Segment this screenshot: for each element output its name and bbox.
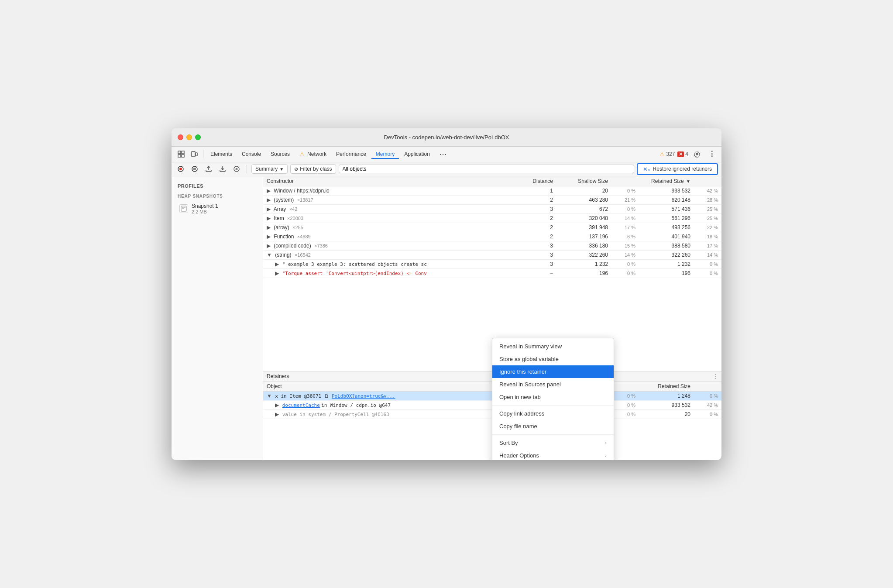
tab-application[interactable]: Application	[400, 149, 434, 159]
row-expand-icon[interactable]: ▶	[275, 411, 279, 417]
restore-ignored-retainers-button[interactable]: ✕ₓ Restore ignored retainers	[637, 163, 718, 175]
table-row[interactable]: ▼ (string) ×16542 3 322 260 14 % 322 260…	[263, 250, 721, 259]
ctx-header-options[interactable]: Header Options ›	[492, 449, 614, 460]
tab-active-indicator	[371, 158, 399, 159]
row-expand-icon[interactable]: ▶	[267, 243, 271, 249]
col-retained-pct	[694, 176, 721, 186]
main-toolbar: Elements Console Sources ⚠ Network Perfo…	[172, 147, 721, 162]
col-shallow-size: Shallow Size	[556, 176, 611, 186]
errors-badge[interactable]: ✕ 4	[677, 151, 688, 157]
toolbar-separator-1	[203, 150, 203, 158]
ctx-reveal-sources[interactable]: Reveal in Sources panel	[492, 378, 614, 391]
table-row[interactable]: ▶ Window / https://cdpn.io 1 20 0 % 933 …	[263, 186, 721, 195]
upload-icon[interactable]	[203, 163, 214, 175]
ctx-arrow-icon-2: ›	[605, 453, 607, 458]
sidebar-title: Profiles	[172, 182, 263, 190]
toolbar-right: ⚠ 327 ✕ 4 ⋮	[659, 148, 718, 160]
svg-point-7	[179, 168, 182, 170]
sidebar: Profiles HEAP SNAPSHOTS Snapshot 1 2.2 M…	[172, 176, 263, 460]
col-shallow-pct	[611, 176, 639, 186]
svg-rect-0	[178, 151, 181, 154]
ret-col-retained-pct	[694, 382, 721, 392]
tab-elements[interactable]: Elements	[206, 149, 237, 159]
ctx-reveal-summary[interactable]: Reveal in Summary view	[492, 340, 614, 353]
row-expand-icon[interactable]: ▼	[267, 252, 272, 258]
row-expand-icon[interactable]: ▶	[267, 234, 271, 240]
tab-performance[interactable]: Performance	[332, 149, 371, 159]
ctx-copy-filename[interactable]: Copy file name	[492, 420, 614, 433]
ret-col-retained: Retained Size	[639, 382, 694, 392]
table-row[interactable]: ▶ (compiled code) ×7386 3 336 180 15 % 3…	[263, 241, 721, 250]
row-expand-icon[interactable]: ▶	[275, 261, 279, 267]
retainer-object-cell: ▼ x in Item @38071 🗋 PoLdbOX?anon=true&v…	[263, 391, 492, 400]
table-row[interactable]: ▶ " example 3 example 3: scattered objec…	[263, 259, 721, 268]
clear-icon[interactable]	[231, 163, 242, 175]
close-button[interactable]	[178, 134, 183, 140]
summary-dropdown[interactable]: Summary ▼	[251, 164, 288, 174]
ctx-copy-link[interactable]: Copy link address	[492, 407, 614, 420]
snapshot-info: Snapshot 1 2.2 MB	[192, 203, 218, 214]
row-expand-icon[interactable]: ▼	[267, 393, 272, 399]
constructor-cell: ▶ Array ×42	[263, 204, 515, 213]
error-icon: ✕	[677, 151, 684, 157]
more-options-icon[interactable]: ⋮	[706, 148, 718, 160]
traffic-lights	[178, 134, 201, 140]
tab-sources[interactable]: Sources	[266, 149, 294, 159]
svg-rect-3	[182, 155, 184, 157]
table-row[interactable]: ▶ (system) ×13817 2 463 280 21 % 620 148…	[263, 195, 721, 204]
stop-icon[interactable]	[189, 163, 200, 175]
col-retained-size: Retained Size ▼	[639, 176, 694, 186]
constructor-cell: ▶ (compiled code) ×7386	[263, 241, 515, 250]
filter-button[interactable]: ⊘ Filter by class	[290, 164, 336, 174]
ctx-open-tab[interactable]: Open in new tab	[492, 391, 614, 403]
constructor-cell: ▶ Function ×4689	[263, 232, 515, 241]
tab-network[interactable]: ⚠ Network	[295, 149, 331, 159]
download-icon[interactable]	[217, 163, 228, 175]
context-menu: Reveal in Summary view Store as global v…	[492, 338, 614, 460]
subtoolbar: Summary ▼ ⊘ Filter by class ✕ₓ Restore i…	[172, 162, 721, 176]
row-expand-icon[interactable]: ▶	[267, 197, 271, 203]
svg-rect-2	[178, 155, 181, 157]
warning-icon: ⚠	[659, 151, 665, 158]
restore-icon: ✕ₓ	[643, 166, 650, 172]
table-row[interactable]: ▶ Item ×20003 2 320 048 14 % 561 296 25 …	[263, 213, 721, 223]
table-row[interactable]: ▶ "Torque assert 'Convert<uintptr>(endIn…	[263, 268, 721, 278]
snapshot-icon	[179, 204, 188, 213]
more-tabs-button[interactable]: ⋯	[435, 148, 451, 160]
warnings-badge[interactable]: ⚠ 327	[659, 151, 675, 158]
settings-icon[interactable]	[691, 148, 703, 160]
row-expand-icon[interactable]: ▶	[275, 402, 279, 408]
constructor-cell: ▶ (array) ×255	[263, 223, 515, 232]
table-row[interactable]: ▶ (array) ×255 2 391 948 17 % 493 256 22…	[263, 223, 721, 232]
snapshot-item[interactable]: Snapshot 1 2.2 MB	[173, 200, 261, 217]
svg-rect-1	[182, 151, 184, 154]
tab-console[interactable]: Console	[237, 149, 265, 159]
row-expand-icon[interactable]: ▶	[267, 188, 271, 194]
table-header-row: Constructor Distance Shallow Size Retain…	[263, 176, 721, 186]
devtools-window: DevTools - codepen.io/web-dot-dev/live/P…	[172, 128, 721, 460]
constructor-cell: ▶ "Torque assert 'Convert<uintptr>(endIn…	[263, 268, 515, 278]
row-expand-icon[interactable]: ▶	[275, 270, 279, 276]
device-icon[interactable]	[188, 148, 200, 160]
constructor-cell: ▶ Window / https://cdpn.io	[263, 186, 515, 195]
ctx-store-global[interactable]: Store as global variable	[492, 353, 614, 365]
ctx-sort-by[interactable]: Sort By ›	[492, 437, 614, 449]
table-row[interactable]: ▶ Array ×42 3 672 0 % 571 436 25 %	[263, 204, 721, 213]
filter-icon: ⊘	[294, 166, 298, 172]
table-row[interactable]: ▶ Function ×4689 2 137 196 6 % 401 940 1…	[263, 232, 721, 241]
row-expand-icon[interactable]: ▶	[267, 224, 271, 230]
row-expand-icon[interactable]: ▶	[267, 215, 271, 221]
filter-input[interactable]	[339, 165, 634, 173]
inspect-icon[interactable]	[175, 148, 187, 160]
tab-elements-label[interactable]: Elements	[206, 149, 237, 159]
maximize-button[interactable]	[195, 134, 201, 140]
ret-col-shallow-pct	[611, 382, 639, 392]
minimize-button[interactable]	[186, 134, 192, 140]
ctx-ignore-retainer[interactable]: Ignore this retainer	[492, 365, 614, 378]
file-icon: 🗋	[324, 393, 329, 399]
retainer-object-cell: ▶ documentCache in Window / cdpn.io @647	[263, 400, 492, 409]
tab-memory[interactable]: Memory	[371, 149, 399, 159]
record-icon[interactable]	[175, 163, 186, 175]
row-expand-icon[interactable]: ▶	[267, 206, 271, 212]
svg-rect-4	[192, 151, 195, 157]
